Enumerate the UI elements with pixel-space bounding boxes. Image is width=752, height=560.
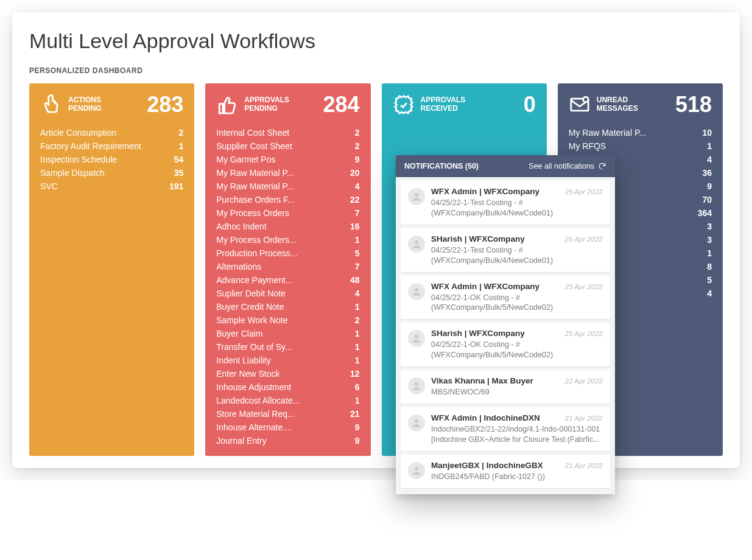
list-item-count: 3 <box>694 222 712 231</box>
notification-item[interactable]: SHarish | WFXCompany25 Apr 202204/25/22-… <box>401 323 610 366</box>
list-item-count: 8 <box>694 262 712 271</box>
list-item[interactable]: Purchase Orders F...22 <box>216 193 359 206</box>
notification-description: MBS/NEWOC/69 <box>431 387 603 397</box>
notifications-header: NOTIFICATIONS (50) See all notifications <box>396 155 615 177</box>
notification-description: 04/25/22-1-OK Costing - # (WFXCompany/Bu… <box>431 293 603 313</box>
list-item[interactable]: Article Consumption2 <box>40 126 183 139</box>
avatar <box>408 330 425 347</box>
list-item[interactable]: SVC191 <box>40 180 183 193</box>
notifications-title: NOTIFICATIONS (50) <box>404 162 479 170</box>
list-item-count: 1 <box>342 355 360 365</box>
list-item[interactable]: My Process Orders...1 <box>216 233 359 247</box>
list-item[interactable]: Indent Liability1 <box>216 354 359 367</box>
notification-item[interactable]: Vikas Khanna | Max Buyer22 Apr 2022MBS/N… <box>401 370 610 404</box>
list-item-label: Indent Liability <box>216 355 276 365</box>
list-item[interactable]: Alternations7 <box>216 260 359 273</box>
list-item[interactable]: Buyer Credit Note1 <box>216 300 359 313</box>
list-item[interactable]: Enter New Stock12 <box>216 367 359 380</box>
list-item-label: Sample Work Note <box>216 315 292 325</box>
pointer-icon <box>40 94 62 116</box>
check-badge-icon <box>393 94 415 116</box>
list-item-label: Sample Dispatch <box>40 168 110 178</box>
list-item-count: 16 <box>342 222 360 231</box>
list-item[interactable]: Transfer Out of Sy...1 <box>216 340 359 354</box>
list-item[interactable]: Adhoc Indent16 <box>216 220 359 233</box>
tile-approvals-pending-list: Internal Cost Sheet2Supplier Cost Sheet2… <box>216 126 359 447</box>
list-item-count: 1 <box>694 248 712 258</box>
list-item-count: 4 <box>694 289 712 298</box>
list-item[interactable]: My Raw Material P...20 <box>216 166 359 180</box>
svg-point-1 <box>583 97 588 102</box>
list-item[interactable]: My Garmet Pos9 <box>216 153 359 166</box>
list-item-label: Internal Cost Sheet <box>216 128 294 138</box>
list-item-label: Inhouse Alternate.... <box>216 422 297 432</box>
list-item-count: 1 <box>342 302 360 312</box>
list-item-count: 20 <box>342 168 360 178</box>
list-item[interactable]: Buyer Claim1 <box>216 327 359 340</box>
svg-point-3 <box>415 240 418 244</box>
notification-item[interactable]: WFX Admin | WFXCompany25 Apr 202204/25/2… <box>401 276 610 320</box>
list-item[interactable]: Sample Dispatch35 <box>40 166 183 180</box>
notification-item[interactable]: SHarish | WFXCompany25 Apr 202204/25/22-… <box>401 228 610 272</box>
list-item-count: 10 <box>694 128 712 138</box>
list-item[interactable]: Journal Entry9 <box>216 434 359 447</box>
list-item[interactable]: My Raw Material P...4 <box>216 180 359 193</box>
list-item-count: 21 <box>342 409 360 419</box>
notification-from: ManjeetGBX | IndochineGBX <box>431 461 543 470</box>
tile-approvals-received-value: 0 <box>524 92 536 117</box>
list-item-label: Landedcost Allocate... <box>216 396 304 405</box>
notification-description: 04/25/22-1-Test Costing - # (WFXCompany/… <box>431 245 603 266</box>
list-item-label: Store Material Req... <box>216 409 299 419</box>
avatar <box>408 236 425 253</box>
svg-point-5 <box>415 335 418 338</box>
notification-item[interactable]: WFX Admin | IndochineDXN21 Apr 2022Indoc… <box>401 407 610 451</box>
list-item-label: Production Process... <box>216 248 302 258</box>
list-item[interactable]: Landedcost Allocate...1 <box>216 394 359 407</box>
list-item[interactable]: Suplier Debit Note4 <box>216 287 359 300</box>
svg-point-8 <box>415 467 418 471</box>
notification-item[interactable]: ManjeetGBX | IndochineGBX21 Apr 2022INDG… <box>401 455 610 480</box>
refresh-icon[interactable] <box>598 162 606 170</box>
avatar <box>408 415 425 432</box>
list-item[interactable]: Advance Payment...48 <box>216 273 359 287</box>
tile-actions-value: 283 <box>147 92 183 117</box>
list-item-count: 54 <box>165 155 183 164</box>
list-item[interactable]: My RFQS1 <box>569 139 712 153</box>
svg-point-7 <box>415 419 418 423</box>
list-item-label: Factory Audit Requirement <box>40 141 146 151</box>
list-item[interactable]: Supplier Cost Sheet2 <box>216 139 359 153</box>
list-item-label: My Process Orders <box>216 208 294 218</box>
list-item-label: My Raw Material P... <box>569 128 651 138</box>
avatar <box>408 188 425 205</box>
list-item-label: My Garmet Pos <box>216 155 280 164</box>
list-item-label: Article Consumption <box>40 128 121 138</box>
list-item[interactable]: Production Process...5 <box>216 247 359 260</box>
list-item-count: 1 <box>342 235 360 245</box>
list-item-count: 1 <box>694 141 712 151</box>
list-item-count: 364 <box>694 208 712 218</box>
list-item[interactable]: Inhouse Adjustment6 <box>216 380 359 394</box>
list-item[interactable]: Store Material Req...21 <box>216 407 359 421</box>
tile-approvals-pending-label: APPROVALS PENDING <box>244 96 289 113</box>
notifications-panel: NOTIFICATIONS (50) See all notifications… <box>396 155 615 480</box>
list-item[interactable]: Internal Cost Sheet2 <box>216 126 359 139</box>
list-item-count: 70 <box>694 195 712 205</box>
tile-approvals-pending[interactable]: APPROVALS PENDING 284 Internal Cost Shee… <box>205 83 370 456</box>
list-item[interactable]: My Raw Material P...10 <box>569 126 712 139</box>
list-item[interactable]: Inspection Schedule54 <box>40 153 183 166</box>
list-item-count: 3 <box>694 235 712 245</box>
list-item-count: 9 <box>694 181 712 191</box>
notification-from: WFX Admin | WFXCompany <box>431 282 539 291</box>
notification-date: 21 Apr 2022 <box>565 415 603 422</box>
list-item[interactable]: Sample Work Note2 <box>216 313 359 327</box>
list-item-count: 1 <box>342 342 360 352</box>
notification-date: 25 Apr 2022 <box>565 188 603 195</box>
list-item-count: 22 <box>342 195 360 205</box>
list-item[interactable]: Inhouse Alternate....9 <box>216 421 359 434</box>
see-all-notifications-link[interactable]: See all notifications <box>529 162 606 170</box>
tile-actions-pending[interactable]: ACTIONS PENDING 283 Article Consumption2… <box>29 83 194 456</box>
svg-point-4 <box>415 288 418 292</box>
notification-item[interactable]: WFX Admin | WFXCompany25 Apr 202204/25/2… <box>401 181 610 225</box>
list-item[interactable]: Factory Audit Requirement1 <box>40 139 183 153</box>
list-item[interactable]: My Process Orders7 <box>216 206 359 220</box>
